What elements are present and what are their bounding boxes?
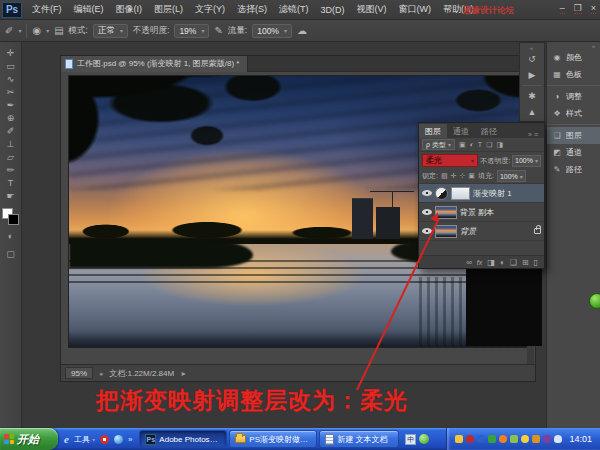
- desktop-widget-icon[interactable]: [589, 293, 600, 309]
- link-layers-icon[interactable]: ∞: [466, 258, 472, 267]
- tray-icon[interactable]: [510, 435, 518, 443]
- screen-mode-icon[interactable]: ▢: [6, 247, 15, 261]
- filter-type-icon[interactable]: T: [478, 141, 482, 148]
- start-button[interactable]: 开始: [0, 428, 58, 450]
- zoom-level-field[interactable]: 95%: [65, 367, 93, 379]
- tools-menu[interactable]: 工具 ▾: [74, 434, 95, 445]
- visibility-eye-icon[interactable]: [422, 209, 432, 215]
- close-button[interactable]: ×: [591, 3, 596, 14]
- tab-paths[interactable]: 路径: [475, 124, 503, 138]
- crop-tool-icon[interactable]: ✂: [7, 86, 15, 99]
- taskbar-item-notepad[interactable]: 新建 文本文档: [319, 430, 399, 448]
- visibility-eye-icon[interactable]: [422, 190, 432, 196]
- menu-3d[interactable]: 3D(D): [315, 5, 351, 15]
- tray-icon[interactable]: [455, 435, 463, 443]
- layer-mask-thumbnail[interactable]: [451, 187, 470, 200]
- opacity-select[interactable]: 19% ▾: [174, 24, 209, 38]
- taskbar-item-folder[interactable]: PS渐变映射做图1: [229, 430, 317, 448]
- layer-row-background[interactable]: 背景: [419, 222, 544, 241]
- panel-menu-icon[interactable]: »≡: [528, 131, 544, 138]
- actions-panel-icon[interactable]: ▶: [529, 67, 536, 83]
- dock-collapse-icon[interactable]: »: [547, 42, 600, 49]
- restore-button[interactable]: ❐: [574, 3, 582, 14]
- adjustment-layer-icon[interactable]: [435, 187, 448, 200]
- menu-layer[interactable]: 图层(L): [148, 3, 189, 16]
- lock-transparent-icon[interactable]: ▨: [441, 172, 448, 180]
- tool-preset-arrow[interactable]: ▾: [18, 27, 21, 34]
- document-tab[interactable]: 工作图.psd @ 95% (渐变映射 1, 图层蒙版/8) *: [61, 56, 248, 72]
- background-color-swatch[interactable]: [8, 214, 19, 225]
- tray-icon[interactable]: [499, 435, 507, 443]
- dock-item-color[interactable]: ◉ 颜色: [547, 49, 600, 66]
- pen-tool-icon[interactable]: ✏: [7, 164, 15, 177]
- tray-icon[interactable]: [466, 435, 474, 443]
- brush-preset-arrow[interactable]: ▾: [46, 27, 49, 34]
- menu-edit[interactable]: 编辑(E): [68, 3, 110, 16]
- new-group-icon[interactable]: ❏: [510, 258, 517, 267]
- dock-item-paths[interactable]: ✎ 路径: [547, 161, 600, 178]
- menu-file[interactable]: 文件(F): [26, 3, 68, 16]
- dock-item-styles[interactable]: ❖ 样式: [547, 105, 600, 122]
- taskbar-item-photoshop[interactable]: Ps Adobe Photoshop: [139, 430, 227, 448]
- dock-item-adjustments[interactable]: ◑ 调整: [547, 88, 600, 105]
- brush-tool-icon[interactable]: ✐: [7, 125, 15, 138]
- tray-icon[interactable]: [521, 435, 529, 443]
- pressure-opacity-icon[interactable]: ✎: [214, 25, 222, 36]
- minimize-button[interactable]: –: [560, 3, 565, 14]
- hand-tool-icon[interactable]: ☛: [6, 190, 14, 203]
- menu-filter[interactable]: 滤镜(T): [273, 3, 315, 16]
- layer-thumbnail[interactable]: [435, 225, 457, 238]
- tool-presets-panel-icon[interactable]: ✱: [528, 88, 536, 104]
- quick-launch-overflow-icon[interactable]: »: [128, 435, 132, 444]
- filter-shape-icon[interactable]: ❏: [486, 141, 492, 149]
- fill-field[interactable]: 100% ▾: [497, 170, 526, 182]
- new-adjustment-icon[interactable]: ◐: [500, 258, 505, 267]
- brush-tool-icon[interactable]: ✐: [5, 25, 13, 36]
- healing-brush-tool-icon[interactable]: ⊕: [7, 112, 15, 125]
- history-panel-icon[interactable]: ↺: [528, 51, 536, 67]
- tray-icon[interactable]: [488, 435, 496, 443]
- filter-pixel-icon[interactable]: ▣: [459, 141, 466, 149]
- mode-select[interactable]: 正常 ▾: [93, 24, 128, 38]
- delete-layer-icon[interactable]: ▯: [534, 258, 538, 267]
- ime-icon[interactable]: [419, 434, 429, 444]
- menu-select[interactable]: 选择(S): [231, 3, 273, 16]
- status-menu-arrow[interactable]: ►: [180, 370, 187, 377]
- flow-select[interactable]: 100% ▾: [252, 24, 292, 38]
- dock-item-layers[interactable]: ❏ 图层: [547, 127, 600, 144]
- lock-image-icon[interactable]: ✛: [451, 172, 457, 180]
- cloud-tray-icon[interactable]: [554, 435, 562, 443]
- dock-item-swatches[interactable]: ▦ 色板: [547, 66, 600, 83]
- menu-view[interactable]: 视图(V): [351, 3, 393, 16]
- language-indicator[interactable]: 中: [405, 434, 416, 445]
- move-tool-icon[interactable]: ✛: [7, 47, 15, 60]
- airbrush-icon[interactable]: ☁: [297, 25, 307, 36]
- filter-kind-select[interactable]: ρ 类型 ▾: [422, 139, 455, 150]
- brush-preset-icon[interactable]: ◉: [32, 25, 41, 36]
- brush-panel-toggle-icon[interactable]: ▤: [54, 25, 63, 36]
- marquee-tool-icon[interactable]: ▭: [6, 60, 15, 73]
- menu-window[interactable]: 窗口(W): [393, 3, 438, 16]
- type-tool-icon[interactable]: T: [8, 177, 14, 190]
- layer-row-gradient-map[interactable]: 渐变映射 1: [419, 184, 544, 203]
- blend-mode-select[interactable]: 柔光 ▾: [422, 154, 478, 167]
- tray-icon[interactable]: [532, 435, 540, 443]
- filter-adjustment-icon[interactable]: ◐: [470, 141, 474, 148]
- layer-opacity-field[interactable]: 100% ▾: [512, 155, 541, 167]
- tray-icon[interactable]: [543, 435, 551, 443]
- dock-item-channels[interactable]: ◩ 通道: [547, 144, 600, 161]
- lasso-tool-icon[interactable]: ∿: [7, 73, 15, 86]
- tab-layers[interactable]: 图层: [419, 124, 447, 138]
- menu-image[interactable]: 图像(I): [110, 3, 149, 16]
- quick-mask-icon[interactable]: ◐: [8, 229, 13, 243]
- menu-type[interactable]: 文字(Y): [189, 3, 231, 16]
- lock-all-icon[interactable]: ▣: [468, 172, 475, 180]
- new-layer-icon[interactable]: ⊞: [522, 258, 529, 267]
- internet-explorer-icon[interactable]: e: [64, 433, 69, 445]
- layer-style-icon[interactable]: fx: [477, 259, 482, 266]
- tray-icon[interactable]: [477, 435, 485, 443]
- quick-launch-app-icon[interactable]: [100, 435, 109, 444]
- browser-globe-icon[interactable]: [114, 435, 123, 444]
- lock-position-icon[interactable]: ⊹: [459, 172, 465, 180]
- histogram-panel-icon[interactable]: ▲: [528, 104, 537, 120]
